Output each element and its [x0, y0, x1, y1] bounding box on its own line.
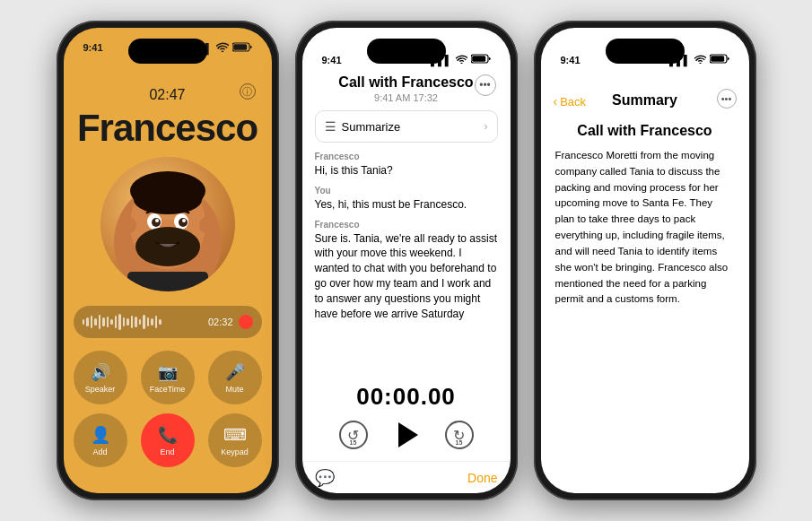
svg-point-9 [155, 219, 159, 222]
speaker-label-2: You [315, 186, 498, 195]
dynamic-island-3 [606, 39, 685, 64]
more-options-button[interactable]: ••• [475, 74, 496, 96]
back-chevron-icon: ‹ [554, 94, 558, 109]
speaker-label-3: Francesco [315, 220, 498, 230]
wifi-icon-2 [456, 55, 467, 65]
wifi-icon-3 [694, 55, 706, 65]
skip-forward-button[interactable]: ↻ 15 [445, 421, 474, 449]
keypad-button[interactable]: ⌨ Keypad [208, 413, 262, 467]
transcript-text-1: Hi, is this Tania? [315, 163, 498, 178]
transcript-message-2: You Yes, hi, this must be Francesco. [315, 186, 498, 213]
battery-icon-2 [471, 54, 491, 65]
play-button[interactable] [389, 418, 423, 452]
svg-rect-15 [127, 272, 208, 291]
caller-name: Francesco [77, 107, 258, 150]
mute-button[interactable]: 🎤 Mute [208, 351, 262, 404]
phone-active-call: 9:41 ▌▌▌ ⓘ 02:47 Francesco [57, 21, 279, 500]
player-controls: ↺ 15 ↻ 15 [339, 418, 474, 452]
wifi-icon [216, 42, 229, 54]
transcript-footer-icon: 💬 [315, 468, 335, 488]
svg-rect-1 [233, 44, 247, 50]
speaker-label-1: Francesco [315, 152, 498, 161]
summarize-row[interactable]: ☰ Summarize › [315, 110, 498, 143]
summary-page-title: Summary [612, 92, 677, 109]
back-button[interactable]: ‹ Back [554, 94, 587, 109]
status-time-1: 9:41 [83, 42, 103, 54]
svg-rect-21 [711, 56, 724, 62]
summarize-icon: ☰ [325, 119, 336, 134]
keypad-icon: ⌨ [223, 425, 247, 445]
summary-header: ‹ Back Summary ••• [541, 71, 749, 114]
transcript-message-1: Francesco Hi, is this Tania? [315, 152, 498, 178]
svg-point-16 [124, 217, 136, 233]
summary-body-text: Francesco Moretti from the moving compan… [555, 148, 735, 308]
svg-rect-19 [472, 56, 485, 62]
transcript-footer: 💬 Done [302, 461, 511, 493]
end-icon: 📞 [158, 425, 178, 445]
phone-summary: 9:41 ▌▌▌ ‹ Back Summary ••• [534, 21, 756, 500]
transcript-subtitle: 9:41 AM 17:32 [317, 92, 496, 103]
transcript-text-3: Sure is. Tania, we're all ready to assis… [315, 231, 498, 322]
phone-transcript: 9:41 ▌▌▌ Call with Francesco 9:41 AM 17:… [295, 21, 518, 500]
facetime-icon: 📷 [158, 362, 178, 382]
recording-bar: 02:32 [74, 306, 262, 338]
avatar [100, 157, 235, 291]
skip-back-button[interactable]: ↺ 15 [339, 421, 368, 449]
summarize-label: Summarize [342, 120, 479, 134]
done-button[interactable]: Done [467, 471, 497, 485]
summary-call-title: Call with Francesco [555, 123, 735, 139]
svg-point-14 [134, 186, 202, 214]
facetime-button[interactable]: 📷 FaceTime [141, 351, 195, 404]
svg-point-10 [182, 219, 186, 222]
svg-point-17 [199, 217, 212, 233]
recording-time: 02:32 [208, 317, 233, 327]
end-call-button[interactable]: 📞 End [141, 413, 195, 467]
status-time-3: 9:41 [561, 55, 581, 65]
waveform [83, 314, 203, 330]
call-duration: 02:47 [149, 87, 185, 103]
battery-icon [232, 42, 252, 54]
chevron-right-icon: › [485, 120, 488, 133]
dynamic-island [128, 39, 207, 64]
record-dot [239, 315, 253, 329]
transcript-area: Francesco Hi, is this Tania? You Yes, hi… [302, 152, 511, 374]
transcript-message-3: Francesco Sure is. Tania, we're all read… [315, 220, 498, 322]
mute-icon: 🎤 [225, 362, 245, 382]
speaker-button[interactable]: 🔊 Speaker [74, 351, 127, 404]
back-label: Back [560, 95, 586, 109]
summary-content: Call with Francesco Francesco Moretti fr… [541, 114, 749, 493]
play-icon [398, 422, 418, 447]
add-button[interactable]: 👤 Add [74, 413, 127, 467]
transcript-text-2: Yes, hi, this must be Francesco. [315, 197, 498, 213]
player-timestamp: 00:00.00 [356, 383, 456, 411]
speaker-icon: 🔊 [91, 362, 110, 382]
audio-player: 00:00.00 ↺ 15 ↻ 15 [302, 374, 511, 461]
dynamic-island-2 [367, 39, 446, 64]
transcript-title: Call with Francesco [317, 74, 496, 91]
info-icon[interactable]: ⓘ [240, 83, 256, 100]
call-controls: 🔊 Speaker 📷 FaceTime 🎤 Mute 👤 [74, 351, 262, 476]
status-time-2: 9:41 [322, 55, 342, 65]
battery-icon-3 [710, 54, 729, 65]
summary-more-button[interactable]: ••• [717, 89, 737, 109]
add-icon: 👤 [91, 425, 110, 445]
